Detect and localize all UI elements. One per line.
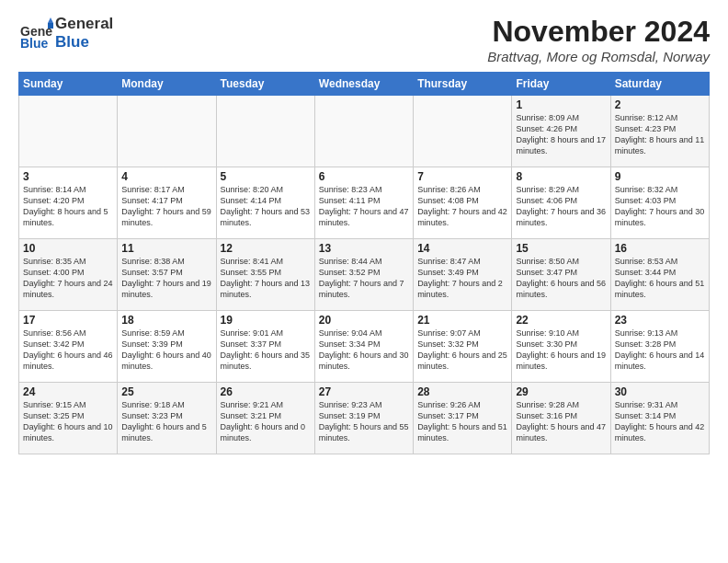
page-title: November 2024 bbox=[487, 15, 710, 49]
calendar-cell: 7Sunrise: 8:26 AM Sunset: 4:08 PM Daylig… bbox=[414, 167, 512, 239]
day-info: Sunrise: 8:23 AM Sunset: 4:11 PM Dayligh… bbox=[319, 184, 409, 229]
page-subtitle: Brattvag, More og Romsdal, Norway bbox=[487, 49, 710, 64]
day-number: 12 bbox=[221, 242, 311, 255]
title-area: November 2024 Brattvag, More og Romsdal,… bbox=[487, 15, 710, 64]
header-wednesday: Wednesday bbox=[314, 73, 413, 96]
calendar-cell: 27Sunrise: 9:23 AM Sunset: 3:19 PM Dayli… bbox=[314, 383, 413, 454]
day-number: 14 bbox=[417, 242, 507, 255]
day-number: 7 bbox=[417, 170, 507, 183]
day-number: 9 bbox=[615, 170, 705, 183]
calendar-cell bbox=[414, 96, 512, 167]
day-info: Sunrise: 8:09 AM Sunset: 4:26 PM Dayligh… bbox=[516, 112, 606, 157]
day-number: 4 bbox=[121, 170, 211, 183]
day-info: Sunrise: 8:38 AM Sunset: 3:57 PM Dayligh… bbox=[121, 256, 211, 301]
day-number: 29 bbox=[516, 385, 606, 398]
day-number: 10 bbox=[23, 242, 113, 255]
day-number: 21 bbox=[417, 314, 507, 327]
calendar-cell: 11Sunrise: 8:38 AM Sunset: 3:57 PM Dayli… bbox=[118, 239, 216, 311]
svg-marker-3 bbox=[48, 23, 53, 29]
day-info: Sunrise: 8:59 AM Sunset: 3:39 PM Dayligh… bbox=[121, 327, 211, 373]
day-info: Sunrise: 9:01 AM Sunset: 3:37 PM Dayligh… bbox=[221, 327, 311, 373]
calendar-cell: 16Sunrise: 8:53 AM Sunset: 3:44 PM Dayli… bbox=[610, 239, 709, 311]
page: General Blue General Blue November 2024 … bbox=[0, 0, 728, 464]
calendar-cell: 22Sunrise: 9:10 AM Sunset: 3:30 PM Dayli… bbox=[512, 311, 610, 383]
calendar-cell: 29Sunrise: 9:28 AM Sunset: 3:16 PM Dayli… bbox=[512, 383, 610, 454]
header-sunday: Sunday bbox=[19, 73, 118, 96]
day-number: 30 bbox=[615, 385, 705, 398]
day-info: Sunrise: 9:28 AM Sunset: 3:16 PM Dayligh… bbox=[516, 399, 606, 444]
day-info: Sunrise: 8:20 AM Sunset: 4:14 PM Dayligh… bbox=[221, 184, 311, 229]
calendar-cell: 21Sunrise: 9:07 AM Sunset: 3:32 PM Dayli… bbox=[414, 311, 512, 383]
day-info: Sunrise: 9:13 AM Sunset: 3:28 PM Dayligh… bbox=[615, 327, 705, 373]
day-number: 13 bbox=[319, 242, 409, 255]
logo-icon: General Blue bbox=[18, 16, 53, 51]
day-info: Sunrise: 9:07 AM Sunset: 3:32 PM Dayligh… bbox=[417, 327, 507, 373]
calendar-cell bbox=[19, 96, 118, 167]
day-info: Sunrise: 8:41 AM Sunset: 3:55 PM Dayligh… bbox=[221, 256, 311, 301]
day-number: 27 bbox=[319, 385, 409, 398]
calendar-cell: 14Sunrise: 8:47 AM Sunset: 3:49 PM Dayli… bbox=[414, 239, 512, 311]
header-monday: Monday bbox=[118, 73, 216, 96]
day-number: 16 bbox=[615, 242, 705, 255]
day-info: Sunrise: 8:50 AM Sunset: 3:47 PM Dayligh… bbox=[516, 256, 606, 301]
logo-general: General bbox=[55, 15, 113, 33]
calendar-cell: 2Sunrise: 8:12 AM Sunset: 4:23 PM Daylig… bbox=[610, 96, 709, 167]
day-info: Sunrise: 9:10 AM Sunset: 3:30 PM Dayligh… bbox=[516, 327, 606, 373]
logo-blue: Blue bbox=[55, 33, 113, 52]
day-number: 22 bbox=[516, 314, 606, 327]
day-number: 19 bbox=[221, 314, 311, 327]
calendar-cell: 10Sunrise: 8:35 AM Sunset: 4:00 PM Dayli… bbox=[19, 239, 118, 311]
day-number: 26 bbox=[221, 385, 311, 398]
day-info: Sunrise: 8:53 AM Sunset: 3:44 PM Dayligh… bbox=[615, 256, 705, 301]
day-info: Sunrise: 9:04 AM Sunset: 3:34 PM Dayligh… bbox=[319, 327, 409, 373]
calendar-cell: 3Sunrise: 8:14 AM Sunset: 4:20 PM Daylig… bbox=[19, 167, 118, 239]
header-tuesday: Tuesday bbox=[216, 73, 314, 96]
day-number: 28 bbox=[417, 385, 507, 398]
day-number: 8 bbox=[516, 170, 606, 183]
day-number: 11 bbox=[121, 242, 211, 255]
day-info: Sunrise: 8:56 AM Sunset: 3:42 PM Dayligh… bbox=[23, 327, 113, 373]
day-number: 1 bbox=[516, 98, 606, 111]
calendar-cell: 13Sunrise: 8:44 AM Sunset: 3:52 PM Dayli… bbox=[314, 239, 413, 311]
calendar-week-1: 1Sunrise: 8:09 AM Sunset: 4:26 PM Daylig… bbox=[19, 96, 710, 167]
day-info: Sunrise: 9:26 AM Sunset: 3:17 PM Dayligh… bbox=[417, 399, 507, 444]
calendar-cell: 24Sunrise: 9:15 AM Sunset: 3:25 PM Dayli… bbox=[19, 383, 118, 454]
day-info: Sunrise: 9:15 AM Sunset: 3:25 PM Dayligh… bbox=[23, 399, 113, 444]
logo: General Blue General Blue bbox=[18, 15, 113, 51]
calendar-cell: 8Sunrise: 8:29 AM Sunset: 4:06 PM Daylig… bbox=[512, 167, 610, 239]
calendar-week-5: 24Sunrise: 9:15 AM Sunset: 3:25 PM Dayli… bbox=[19, 383, 710, 454]
calendar-cell: 15Sunrise: 8:50 AM Sunset: 3:47 PM Dayli… bbox=[512, 239, 610, 311]
day-number: 24 bbox=[23, 385, 113, 398]
header-thursday: Thursday bbox=[414, 73, 512, 96]
calendar-header-row: Sunday Monday Tuesday Wednesday Thursday… bbox=[19, 73, 710, 96]
svg-text:Blue: Blue bbox=[20, 36, 49, 51]
calendar-cell: 1Sunrise: 8:09 AM Sunset: 4:26 PM Daylig… bbox=[512, 96, 610, 167]
calendar-cell: 28Sunrise: 9:26 AM Sunset: 3:17 PM Dayli… bbox=[414, 383, 512, 454]
calendar-cell: 19Sunrise: 9:01 AM Sunset: 3:37 PM Dayli… bbox=[216, 311, 314, 383]
day-number: 17 bbox=[23, 314, 113, 327]
calendar-cell: 25Sunrise: 9:18 AM Sunset: 3:23 PM Dayli… bbox=[118, 383, 216, 454]
day-info: Sunrise: 8:14 AM Sunset: 4:20 PM Dayligh… bbox=[23, 184, 113, 229]
header-friday: Friday bbox=[512, 73, 610, 96]
calendar-cell: 4Sunrise: 8:17 AM Sunset: 4:17 PM Daylig… bbox=[118, 167, 216, 239]
day-info: Sunrise: 8:12 AM Sunset: 4:23 PM Dayligh… bbox=[615, 112, 705, 157]
day-info: Sunrise: 8:26 AM Sunset: 4:08 PM Dayligh… bbox=[417, 184, 507, 229]
day-number: 15 bbox=[516, 242, 606, 255]
header: General Blue General Blue November 2024 … bbox=[18, 15, 710, 64]
day-info: Sunrise: 8:17 AM Sunset: 4:17 PM Dayligh… bbox=[121, 184, 211, 229]
calendar-cell: 9Sunrise: 8:32 AM Sunset: 4:03 PM Daylig… bbox=[610, 167, 709, 239]
calendar-table: Sunday Monday Tuesday Wednesday Thursday… bbox=[18, 72, 710, 454]
calendar-cell: 20Sunrise: 9:04 AM Sunset: 3:34 PM Dayli… bbox=[314, 311, 413, 383]
day-number: 25 bbox=[121, 385, 211, 398]
logo-text: General Blue bbox=[55, 15, 113, 51]
day-info: Sunrise: 9:18 AM Sunset: 3:23 PM Dayligh… bbox=[121, 399, 211, 444]
day-number: 2 bbox=[615, 98, 705, 111]
day-number: 5 bbox=[221, 170, 311, 183]
day-info: Sunrise: 8:29 AM Sunset: 4:06 PM Dayligh… bbox=[516, 184, 606, 229]
calendar-cell: 18Sunrise: 8:59 AM Sunset: 3:39 PM Dayli… bbox=[118, 311, 216, 383]
day-info: Sunrise: 9:21 AM Sunset: 3:21 PM Dayligh… bbox=[221, 399, 311, 444]
calendar-cell bbox=[118, 96, 216, 167]
day-info: Sunrise: 8:44 AM Sunset: 3:52 PM Dayligh… bbox=[319, 256, 409, 301]
calendar-cell: 23Sunrise: 9:13 AM Sunset: 3:28 PM Dayli… bbox=[610, 311, 709, 383]
calendar-cell: 6Sunrise: 8:23 AM Sunset: 4:11 PM Daylig… bbox=[314, 167, 413, 239]
